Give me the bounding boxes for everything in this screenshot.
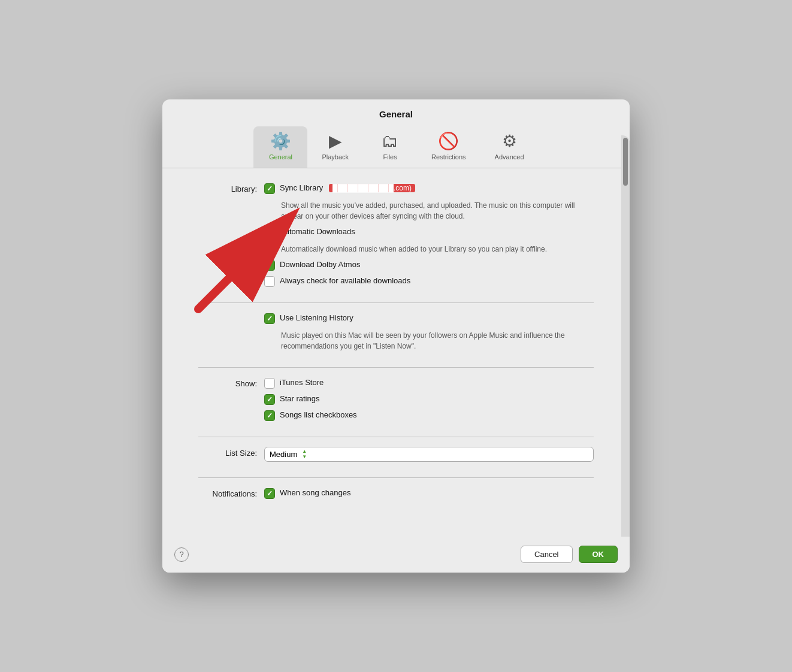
songs-list-checkboxes-label: Songs list checkboxes <box>280 410 357 419</box>
show-content: iTunes Store Star ratings Songs list che… <box>264 377 594 421</box>
itunes-store-row: iTunes Store <box>264 377 594 389</box>
tab-files[interactable]: 🗂 Files <box>363 126 417 168</box>
tab-general[interactable]: ⚙️ General <box>253 126 307 168</box>
itunes-store-checkbox[interactable] <box>264 378 275 389</box>
itunes-store-label: iTunes Store <box>280 377 324 387</box>
ok-button[interactable]: OK <box>579 546 618 563</box>
notifications-content: When song changes <box>264 488 594 499</box>
footer: ? Cancel OK <box>162 538 630 573</box>
preferences-dialog: General ⚙️ General ▶ Playback 🗂 Files 🚫 … <box>162 99 630 573</box>
show-section: Show: iTunes Store Star ratings Songs li… <box>198 377 594 437</box>
always-check-label: Always check for available downloads <box>280 276 410 285</box>
tab-playback-label: Playback <box>322 153 349 161</box>
tab-restrictions[interactable]: 🚫 Restrictions <box>417 126 480 168</box>
cancel-button[interactable]: Cancel <box>521 546 572 563</box>
listening-section: Use Listening History Music played on th… <box>198 313 594 368</box>
download-dolby-checkbox[interactable] <box>264 260 275 271</box>
tab-restrictions-label: Restrictions <box>431 153 465 161</box>
when-song-changes-row: When song changes <box>264 488 594 499</box>
always-check-checkbox[interactable] <box>264 276 275 287</box>
list-size-row: List Size: Medium ▲ ▼ <box>198 447 594 462</box>
use-listening-history-desc: Music played on this Mac will be seen by… <box>281 330 594 352</box>
notifications-row: Notifications: When song changes <box>198 488 594 499</box>
star-ratings-checkbox[interactable] <box>264 394 275 405</box>
always-check-row: Always check for available downloads <box>264 276 594 287</box>
help-button[interactable]: ? <box>174 547 189 562</box>
use-listening-history-row: Use Listening History <box>264 313 594 324</box>
dialog-title: General <box>162 99 630 119</box>
when-song-changes-checkbox[interactable] <box>264 488 275 499</box>
gear-icon: ⚙️ <box>270 131 291 151</box>
show-label: Show: <box>198 377 264 388</box>
download-dolby-label: Download Dolby Atmos <box>280 259 360 269</box>
list-size-content: Medium ▲ ▼ <box>264 447 594 462</box>
use-listening-history-checkbox[interactable] <box>264 313 275 324</box>
download-dolby-row: Download Dolby Atmos <box>264 259 594 271</box>
listening-label-empty <box>198 313 264 314</box>
sync-library-checkbox[interactable] <box>264 183 275 194</box>
scrollbar-track[interactable] <box>621 135 630 537</box>
list-size-select[interactable]: Medium ▲ ▼ <box>264 447 594 462</box>
list-size-value: Medium <box>270 450 297 459</box>
when-song-changes-label: When song changes <box>280 488 351 497</box>
notifications-label: Notifications: <box>198 488 264 498</box>
email-redacted: ████████████.com) <box>329 184 415 192</box>
songs-list-checkboxes-checkbox[interactable] <box>264 410 275 421</box>
tab-advanced-label: Advanced <box>495 153 524 161</box>
star-ratings-row: Star ratings <box>264 393 594 405</box>
listening-row: Use Listening History Music played on th… <box>198 313 594 352</box>
star-ratings-label: Star ratings <box>280 393 319 403</box>
songs-list-checkboxes-row: Songs list checkboxes <box>264 410 594 421</box>
sync-library-desc: Show all the music you've added, purchas… <box>281 200 594 222</box>
sync-library-label: Sync Library ████████████.com) <box>280 183 415 192</box>
library-row: Library: Sync Library ████████████.com) … <box>198 183 594 287</box>
files-icon: 🗂 <box>382 131 398 151</box>
library-content: Sync Library ████████████.com) Show all … <box>264 183 594 287</box>
advanced-icon: ⚙ <box>502 131 517 151</box>
play-icon: ▶ <box>329 131 342 151</box>
show-row: Show: iTunes Store Star ratings Songs li… <box>198 377 594 421</box>
listening-content: Use Listening History Music played on th… <box>264 313 594 352</box>
tab-advanced[interactable]: ⚙ Advanced <box>480 126 539 168</box>
select-arrows-icon: ▲ ▼ <box>302 449 307 459</box>
scrollbar-thumb[interactable] <box>623 138 628 186</box>
list-size-label: List Size: <box>198 447 264 458</box>
library-section: Library: Sync Library ████████████.com) … <box>198 183 594 303</box>
notifications-section: Notifications: When song changes <box>198 488 594 514</box>
tab-files-label: Files <box>383 153 397 161</box>
footer-buttons: Cancel OK <box>521 546 618 563</box>
sync-library-row: Sync Library ████████████.com) <box>264 183 594 194</box>
tab-playback[interactable]: ▶ Playback <box>307 126 363 168</box>
library-label: Library: <box>198 183 264 193</box>
tab-general-label: General <box>269 153 292 161</box>
list-size-section: List Size: Medium ▲ ▼ <box>198 447 594 478</box>
automatic-downloads-label: Automatic Downloads <box>280 226 355 236</box>
toolbar: ⚙️ General ▶ Playback 🗂 Files 🚫 Restrict… <box>162 119 630 168</box>
restrictions-icon: 🚫 <box>438 131 459 151</box>
automatic-downloads-row: Automatic Downloads <box>264 226 594 238</box>
use-listening-history-label: Use Listening History <box>280 313 353 322</box>
automatic-downloads-checkbox[interactable] <box>264 227 275 238</box>
content-area: Library: Sync Library ████████████.com) … <box>162 168 630 538</box>
automatic-downloads-desc: Automatically download music when added … <box>281 244 594 255</box>
